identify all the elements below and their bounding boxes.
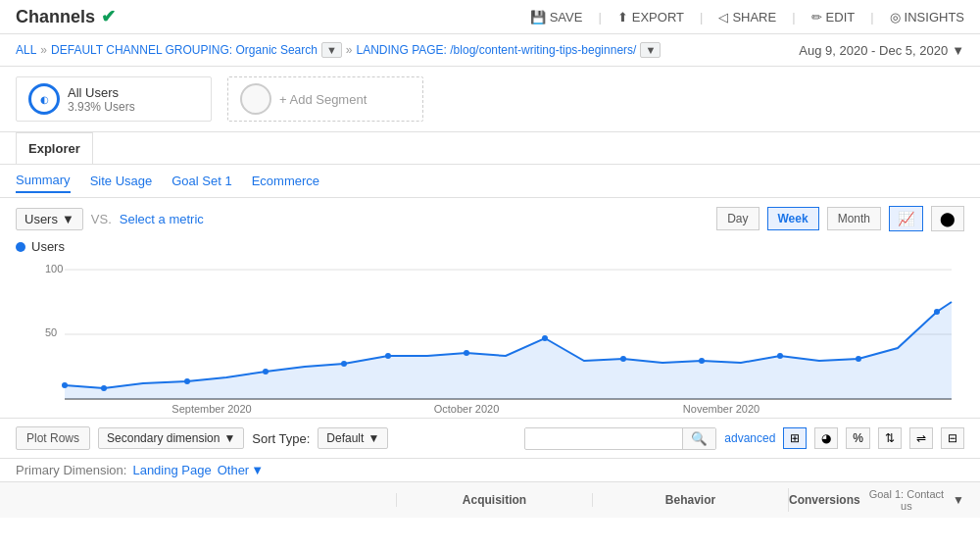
breadcrumb-all[interactable]: ALL [16, 43, 36, 57]
table-grid-button[interactable]: ⊞ [783, 427, 807, 449]
segment-circle: ◐ [28, 83, 60, 115]
chart-svg: 100 50 [16, 258, 956, 415]
save-button[interactable]: 💾 SAVE [530, 10, 583, 25]
table-percent-button[interactable]: % [846, 427, 870, 449]
table-compare-button[interactable]: ⇅ [878, 427, 902, 449]
channel-dropdown-button[interactable]: ▼ [321, 42, 342, 58]
share-button[interactable]: ◁ SHARE [718, 10, 776, 25]
page-title: Channels ✔ [16, 6, 530, 27]
chart-right-controls: Day Week Month 📈 ⬤ [716, 206, 964, 231]
table-controls: Plot Rows Secondary dimension ▼ Sort Typ… [0, 418, 980, 458]
breadcrumb-landing[interactable]: LANDING PAGE: /blog/content-writing-tips… [356, 43, 636, 57]
other-label: Other [218, 463, 250, 477]
chart-controls: Users ▼ VS. Select a metric Day Week Mon… [0, 198, 980, 239]
week-button[interactable]: Week [767, 207, 819, 230]
breadcrumb-channel[interactable]: DEFAULT CHANNEL GROUPING: Organic Search [51, 43, 318, 57]
segment-inner: ◐ [40, 94, 49, 105]
separator-4: | [870, 10, 873, 25]
separator-3: | [792, 10, 795, 25]
data-point-11 [856, 356, 861, 362]
data-point-8 [620, 356, 626, 362]
insights-icon: ◎ [890, 10, 901, 25]
table-more-button[interactable]: ⊟ [941, 427, 964, 449]
sub-tab-site-usage[interactable]: Site Usage [90, 170, 153, 192]
sort-default-label: Default [326, 431, 364, 445]
data-point-0 [62, 382, 68, 388]
x-label-nov: November 2020 [683, 403, 760, 415]
landing-dropdown-button[interactable]: ▼ [640, 42, 661, 58]
search-input[interactable] [525, 428, 682, 448]
table-left: Plot Rows Secondary dimension ▼ Sort Typ… [16, 426, 388, 450]
search-button[interactable]: 🔍 [682, 428, 715, 449]
vs-label: VS. [91, 212, 112, 226]
insights-button[interactable]: ◎ INSIGHTS [890, 10, 964, 25]
checkmark-icon: ✔ [101, 6, 116, 27]
metric-label: Users [24, 212, 58, 226]
chart-svg-container: 100 50 [16, 258, 964, 418]
advanced-link[interactable]: advanced [724, 431, 775, 445]
edit-button[interactable]: ✏ EDIT [811, 10, 856, 25]
y-label-50: 50 [45, 326, 57, 338]
col-acquisition-header: Acquisition [396, 493, 592, 507]
chart-fill [65, 302, 952, 399]
select-metric[interactable]: Select a metric [120, 212, 204, 226]
segments-bar: ◐ All Users 3.93% Users + Add Segment [0, 67, 980, 132]
header-actions: 💾 SAVE | ⬆ EXPORT | ◁ SHARE | ✏ EDIT | ◎… [530, 10, 964, 25]
secondary-dim-dropdown[interactable]: Secondary dimension ▼ [98, 427, 244, 449]
separator-2: | [700, 10, 703, 25]
table-right: 🔍 advanced ⊞ ◕ % ⇅ ⇌ ⊟ [524, 427, 964, 450]
sub-tab-goal-set[interactable]: Goal Set 1 [172, 170, 231, 192]
conversions-dropdown-icon[interactable]: ▼ [953, 493, 964, 507]
segment-add[interactable]: + Add Segment [227, 76, 423, 122]
search-box: 🔍 [524, 427, 716, 450]
metric-dropdown-icon: ▼ [62, 212, 74, 226]
segment-all-users: ◐ All Users 3.93% Users [16, 76, 212, 122]
edit-label: EDIT [826, 10, 856, 25]
chart-legend: Users [16, 239, 964, 254]
col-conversions-header: Conversions Goal 1: Contact us ▼ [788, 488, 964, 512]
search-icon: 🔍 [691, 431, 708, 446]
save-label: SAVE [550, 10, 583, 25]
data-point-4 [341, 361, 347, 367]
scatter-chart-button[interactable]: ⬤ [931, 206, 964, 231]
header: Channels ✔ 💾 SAVE | ⬆ EXPORT | ◁ SHARE |… [0, 0, 980, 34]
insights-label: INSIGHTS [905, 10, 964, 25]
chart-area: Users 100 50 [0, 239, 980, 418]
legend-dot [16, 242, 25, 252]
date-range-text: Aug 9, 2020 - Dec 5, 2020 [799, 43, 948, 58]
date-range-dropdown-icon: ▼ [952, 43, 964, 58]
line-chart-button[interactable]: 📈 [889, 206, 923, 231]
other-dropdown-icon: ▼ [251, 463, 264, 477]
col-behavior-header: Behavior [592, 493, 788, 507]
goal-label: Goal 1: Contact us [864, 488, 949, 512]
legend-label: Users [31, 239, 65, 254]
explorer-tabs: Explorer [0, 132, 980, 165]
export-icon: ⬆ [617, 10, 628, 25]
export-label: EXPORT [632, 10, 684, 25]
sub-tab-summary[interactable]: Summary [16, 169, 71, 193]
data-point-9 [699, 358, 705, 364]
month-button[interactable]: Month [827, 207, 881, 230]
plot-rows-button[interactable]: Plot Rows [16, 426, 90, 450]
segment-info: All Users 3.93% Users [68, 85, 135, 114]
date-range[interactable]: Aug 9, 2020 - Dec 5, 2020 ▼ [799, 43, 964, 58]
breadcrumb: ALL » DEFAULT CHANNEL GROUPING: Organic … [16, 42, 661, 58]
share-icon: ◁ [718, 10, 728, 25]
data-point-2 [184, 378, 190, 384]
export-button[interactable]: ⬆ EXPORT [617, 10, 684, 25]
tab-explorer[interactable]: Explorer [16, 132, 93, 164]
sub-tab-ecommerce[interactable]: Ecommerce [252, 170, 319, 192]
add-segment-circle [240, 83, 271, 115]
metric-dropdown[interactable]: Users ▼ [16, 208, 83, 230]
primary-dim-value[interactable]: Landing Page [132, 463, 211, 477]
table-pie-button[interactable]: ◕ [814, 427, 838, 449]
primary-dim-row: Primary Dimension: Landing Page Other ▼ [0, 458, 980, 481]
day-button[interactable]: Day [716, 207, 759, 230]
segment-pct: 3.93% Users [68, 100, 135, 114]
table-pivot-button[interactable]: ⇌ [909, 427, 933, 449]
add-segment-label: + Add Segment [279, 92, 367, 107]
edit-icon: ✏ [811, 10, 822, 25]
other-dropdown[interactable]: Other ▼ [218, 463, 264, 477]
data-point-3 [263, 369, 269, 374]
sort-dropdown[interactable]: Default ▼ [318, 427, 388, 449]
